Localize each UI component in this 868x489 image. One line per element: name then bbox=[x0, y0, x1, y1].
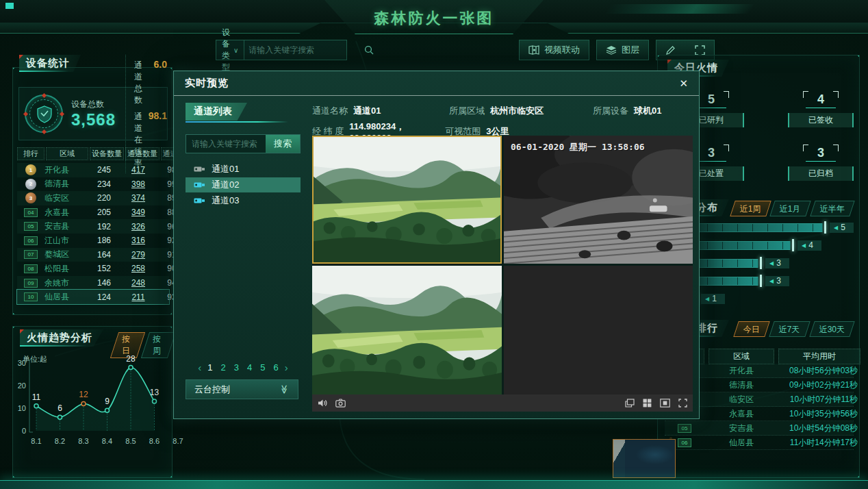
table-row[interactable]: 07婺城区16427991.67% bbox=[17, 248, 169, 262]
keyword-search-input[interactable] bbox=[244, 40, 359, 60]
channels-link[interactable]: 248 bbox=[121, 278, 155, 288]
search-icon[interactable] bbox=[359, 45, 379, 55]
speaker-icon[interactable] bbox=[318, 399, 327, 408]
snapshot-icon[interactable] bbox=[335, 399, 346, 408]
channels-link[interactable]: 349 bbox=[121, 208, 155, 217]
table-row[interactable]: 08松阳县15225890.86% bbox=[17, 262, 169, 276]
video-linkage-button[interactable]: 视频联动 bbox=[519, 40, 589, 60]
page-number-2[interactable]: 2 bbox=[221, 362, 226, 373]
devices-cell: 124 bbox=[87, 292, 121, 302]
stat-signed: 4 已签收 bbox=[788, 92, 854, 127]
channels-link[interactable]: 417 bbox=[121, 165, 155, 175]
tab-last-30-days[interactable]: 近30天 bbox=[809, 321, 855, 337]
tab-last-7-days[interactable]: 近7天 bbox=[769, 321, 810, 337]
channels-link[interactable]: 258 bbox=[121, 264, 155, 273]
mini-map[interactable] bbox=[613, 439, 676, 478]
map-search-bar: 设备类型 ∨ bbox=[216, 40, 347, 60]
rank-badge-wrap: 09 bbox=[17, 279, 44, 288]
tab-last-month[interactable]: 近1月 bbox=[770, 201, 811, 216]
video-pane-4-empty[interactable] bbox=[504, 266, 693, 394]
rank-badge-wrap: 06 bbox=[17, 236, 44, 245]
ptz-control-toggle[interactable]: 云台控制 ≫ bbox=[186, 379, 298, 399]
pencil-icon[interactable] bbox=[665, 45, 676, 55]
channel-list-item[interactable]: 通道01 bbox=[186, 162, 301, 177]
tab-today[interactable]: 今日 bbox=[733, 321, 769, 337]
table-row[interactable]: 09余姚市14624894.53% bbox=[17, 276, 169, 290]
left-triangle-icon: ◀ bbox=[834, 225, 838, 231]
bar-end-tick bbox=[760, 257, 762, 269]
left-triangle-icon: ◀ bbox=[705, 296, 709, 302]
forest-fire-dashboard: 森林防火一张图 设备类型 ∨ 视频联动 图层 bbox=[0, 0, 868, 489]
tab-last-half-year[interactable]: 近半年 bbox=[810, 201, 854, 216]
video-pane-1-selected[interactable] bbox=[312, 136, 502, 264]
page-number-1[interactable]: 1 bbox=[207, 362, 212, 373]
area-cell: 开化县 bbox=[709, 365, 774, 377]
table-row[interactable]: 1开化县24541798.12% bbox=[17, 163, 169, 177]
bar-end-tick bbox=[792, 239, 794, 251]
efficiency-row[interactable]: 06仙居县11小时14分钟17秒 bbox=[665, 436, 854, 450]
table-row[interactable]: 10仙居县12421193.26% bbox=[17, 290, 169, 304]
avg-time-cell: 10小时54分钟08秒 bbox=[778, 423, 860, 434]
video-osd-timestamp: 06-01-2020 星期一 13:58:06 bbox=[511, 141, 645, 153]
next-page-arrow[interactable]: › bbox=[285, 362, 288, 373]
device-type-dropdown[interactable]: 设备类型 ∨ bbox=[216, 40, 244, 60]
channel-name: 通道02 bbox=[212, 179, 239, 191]
rank-badge: 3 bbox=[25, 192, 36, 203]
channel-search-input[interactable] bbox=[186, 135, 266, 153]
area-cell: 临安区 bbox=[709, 394, 774, 405]
single-view-icon[interactable] bbox=[660, 399, 670, 408]
page-number-3[interactable]: 3 bbox=[234, 362, 239, 373]
chevron-down-icon: ∨ bbox=[233, 47, 238, 54]
channels-link[interactable]: 398 bbox=[121, 179, 155, 189]
rank-badge: 09 bbox=[24, 279, 38, 288]
stat-archived-value: 3 bbox=[806, 146, 836, 162]
live-preview-modal: 实时预览 ✕ 通道列表 搜索 通道01通道02通道03 ‹ 123456 › 云… bbox=[173, 71, 700, 419]
page-number-5[interactable]: 5 bbox=[260, 362, 265, 373]
video-pane-3[interactable] bbox=[312, 266, 502, 394]
channels-link[interactable]: 279 bbox=[121, 250, 155, 260]
camera-icon bbox=[194, 165, 205, 173]
rank-badge: 06 bbox=[24, 236, 38, 245]
stat-archived-label: 已归档 bbox=[788, 166, 854, 181]
video-grid: 06-01-2020 星期一 13:58:06 bbox=[312, 136, 693, 394]
svg-text:30: 30 bbox=[18, 359, 26, 367]
devices-cell: 186 bbox=[87, 236, 121, 245]
layers-button[interactable]: 图层 bbox=[596, 40, 649, 60]
prev-page-arrow[interactable]: ‹ bbox=[198, 362, 201, 373]
table-row[interactable]: 06江山市18631692.15% bbox=[17, 234, 169, 248]
bar-value-chip: ◀1 bbox=[701, 294, 725, 304]
channel-list-item[interactable]: 通道03 bbox=[186, 193, 301, 208]
channel-list-item[interactable]: 通道02 bbox=[186, 177, 301, 192]
stat-judged-value: 5 bbox=[696, 92, 726, 108]
bar-value: 4 bbox=[808, 240, 813, 250]
grid-layout-icon[interactable] bbox=[643, 399, 652, 408]
device-value: 球机01 bbox=[634, 105, 661, 117]
fullscreen-icon[interactable] bbox=[695, 45, 705, 55]
video-fullscreen-icon[interactable] bbox=[678, 399, 687, 408]
modal-header: 实时预览 ✕ bbox=[174, 71, 699, 96]
channels-link[interactable]: 374 bbox=[121, 193, 155, 203]
page-number-4[interactable]: 4 bbox=[247, 362, 252, 373]
table-row[interactable]: 2德清县23439899.23% bbox=[17, 177, 169, 192]
close-icon[interactable]: ✕ bbox=[679, 78, 688, 88]
area-cell: 安吉县 bbox=[44, 221, 87, 232]
channels-link[interactable]: 326 bbox=[121, 222, 155, 231]
trend-chart-svg: 01020308.18.28.38.48.58.68.71161292813 bbox=[14, 343, 186, 451]
svg-text:10: 10 bbox=[18, 404, 26, 412]
page-number-6[interactable]: 6 bbox=[273, 362, 278, 373]
col-eff-area: 区域 bbox=[709, 349, 774, 364]
table-row[interactable]: 04永嘉县20534988.16% bbox=[17, 205, 169, 220]
device-total-value: 3,568 bbox=[71, 110, 116, 129]
device-table-header: 排行 区域 设备数量 通道数量 通道在线率 bbox=[17, 147, 169, 160]
rank-badge: 1 bbox=[25, 164, 36, 175]
channel-search-button[interactable]: 搜索 bbox=[266, 135, 300, 153]
tab-last-week[interactable]: 近1周 bbox=[730, 201, 771, 216]
table-row[interactable]: 05安吉县19232696.12% bbox=[17, 219, 169, 234]
fire-trend-chart: 01020308.18.28.38.48.58.68.71161292813 bbox=[14, 343, 186, 451]
channels-link[interactable]: 316 bbox=[121, 236, 155, 245]
video-pane-2-thermal[interactable]: 06-01-2020 星期一 13:58:06 bbox=[504, 136, 693, 264]
channels-link[interactable]: 211 bbox=[121, 292, 155, 302]
duplicate-icon[interactable] bbox=[625, 399, 635, 408]
efficiency-row[interactable]: 05安吉县10小时54分钟08秒 bbox=[665, 421, 854, 436]
table-row[interactable]: 3临安区22037489.62% bbox=[17, 191, 169, 205]
